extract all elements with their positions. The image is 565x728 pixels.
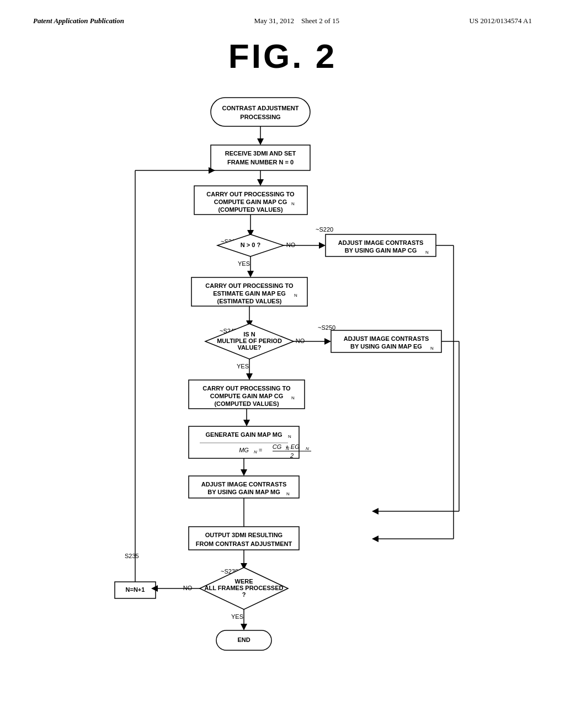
svg-rect-0 — [211, 98, 310, 126]
svg-marker-26 — [319, 242, 326, 249]
svg-marker-72 — [243, 420, 250, 426]
svg-text:N: N — [291, 395, 295, 400]
svg-text:ADJUST IMAGE CONTRASTS: ADJUST IMAGE CONTRASTS — [344, 335, 429, 342]
svg-text:N: N — [291, 201, 295, 206]
svg-text:(COMPUTED VALUES): (COMPUTED VALUES) — [218, 206, 282, 213]
svg-marker-88 — [241, 469, 247, 476]
svg-marker-32 — [247, 271, 254, 277]
svg-marker-118 — [241, 624, 247, 630]
svg-marker-4 — [257, 138, 264, 145]
svg-text:YES: YES — [238, 260, 250, 267]
svg-text:N: N — [425, 250, 429, 255]
svg-text:IS N: IS N — [243, 331, 255, 338]
svg-text:NO: NO — [183, 585, 193, 591]
svg-text:CONTRAST ADJUSTMENT: CONTRAST ADJUSTMENT — [222, 105, 299, 111]
flowchart-svg: CONTRAST ADJUSTMENT PROCESSING ~S205 REC… — [84, 92, 481, 688]
svg-text:N: N — [294, 293, 297, 298]
diagram-container: FIG. 2 CONTRAST ADJUSTMENT PROCESSING ~S… — [33, 36, 532, 688]
svg-text:N: N — [430, 346, 434, 351]
svg-text:RECEIVE 3DMI AND SET: RECEIVE 3DMI AND SET — [225, 150, 296, 157]
svg-text:FROM CONTRAST ADJUSTMENT: FROM CONTRAST ADJUSTMENT — [196, 540, 292, 547]
svg-text:2: 2 — [290, 452, 294, 459]
svg-text:N: N — [288, 434, 291, 439]
svg-text:CARRY OUT PROCESSING TO: CARRY OUT PROCESSING TO — [205, 282, 294, 289]
header-right: US 2012/0134574 A1 — [470, 17, 532, 25]
page-header: Patent Application Publication May 31, 2… — [33, 17, 532, 25]
fig-title: FIG. 2 — [33, 36, 532, 76]
svg-text:FRAME NUMBER N = 0: FRAME NUMBER N = 0 — [227, 159, 294, 165]
svg-text:N=N+1: N=N+1 — [126, 586, 145, 593]
svg-text:S235: S235 — [125, 553, 139, 559]
svg-text:YES: YES — [231, 613, 243, 620]
svg-text:VALUE?: VALUE? — [237, 344, 261, 351]
svg-text:BY USING GAIN MAP MG: BY USING GAIN MAP MG — [207, 489, 280, 495]
header-date: May 31, 2012 — [254, 17, 294, 25]
svg-text:COMPUTE GAIN MAP CG: COMPUTE GAIN MAP CG — [210, 393, 283, 399]
svg-rect-6 — [211, 145, 310, 170]
svg-text:(ESTIMATED VALUES): (ESTIMATED VALUES) — [217, 298, 282, 304]
svg-text:CARRY OUT PROCESSING TO: CARRY OUT PROCESSING TO — [206, 191, 295, 197]
svg-text:WERE: WERE — [235, 578, 253, 585]
header-center: May 31, 2012 Sheet 2 of 15 — [254, 17, 339, 25]
svg-text:NO: NO — [286, 242, 296, 248]
svg-text:(COMPUTED VALUES): (COMPUTED VALUES) — [214, 400, 279, 407]
header-sheet: Sheet 2 of 15 — [301, 17, 339, 25]
svg-text:ESTIMATE GAIN MAP EG: ESTIMATE GAIN MAP EG — [213, 290, 286, 297]
svg-text:GENERATE GAIN MAP MG: GENERATE GAIN MAP MG — [206, 431, 282, 438]
page: Patent Application Publication May 31, 2… — [0, 0, 565, 728]
svg-text:~S220: ~S220 — [316, 226, 333, 233]
svg-text:COMPUTE GAIN MAP CG: COMPUTE GAIN MAP CG — [214, 199, 287, 205]
svg-text:N: N — [286, 491, 290, 496]
svg-text:N > 0 ?: N > 0 ? — [241, 242, 261, 248]
svg-text:ADJUST IMAGE CONTRASTS: ADJUST IMAGE CONTRASTS — [201, 481, 287, 488]
svg-text:ADJUST IMAGE CONTRASTS: ADJUST IMAGE CONTRASTS — [338, 239, 424, 246]
svg-text:MG: MG — [239, 447, 249, 453]
svg-text:N: N — [254, 449, 257, 454]
svg-marker-57 — [372, 508, 379, 515]
svg-marker-64 — [246, 373, 253, 380]
svg-text:NO: NO — [296, 338, 305, 344]
svg-text:+ EG: + EG — [285, 443, 300, 450]
svg-text:CG: CG — [273, 443, 282, 450]
svg-text:YES: YES — [237, 363, 249, 370]
svg-text:PROCESSING: PROCESSING — [240, 114, 280, 120]
svg-text:END: END — [237, 636, 250, 643]
header-left: Patent Application Publication — [33, 17, 124, 25]
svg-text:ALL FRAMES PROCESSED: ALL FRAMES PROCESSED — [205, 585, 284, 591]
svg-text:MULTIPLE OF PERIOD: MULTIPLE OF PERIOD — [217, 338, 282, 344]
svg-text:BY USING GAIN MAP CG: BY USING GAIN MAP CG — [345, 247, 417, 254]
svg-text:=: = — [259, 447, 263, 453]
svg-text:OUTPUT 3DMI RESULTING: OUTPUT 3DMI RESULTING — [205, 532, 282, 538]
svg-marker-10 — [257, 179, 264, 186]
svg-text:N: N — [306, 446, 309, 451]
svg-text:~S250: ~S250 — [318, 324, 335, 331]
svg-marker-61 — [372, 536, 379, 542]
svg-text:?: ? — [242, 591, 246, 598]
svg-text:CARRY OUT PROCESSING TO: CARRY OUT PROCESSING TO — [202, 385, 291, 392]
svg-marker-49 — [324, 338, 331, 345]
svg-text:BY USING GAIN MAP EG: BY USING GAIN MAP EG — [350, 343, 422, 350]
